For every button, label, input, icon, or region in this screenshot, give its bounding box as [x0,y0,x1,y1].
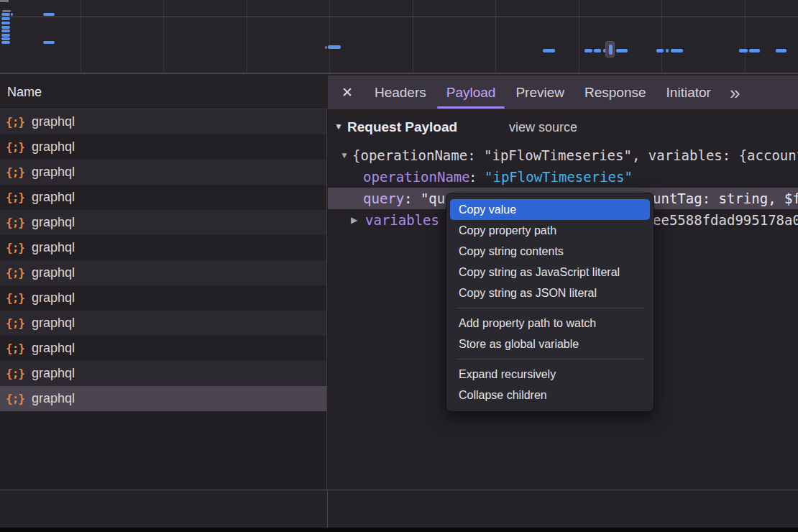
window-bottom-edge [0,528,798,532]
request-row[interactable]: {;}graphql [0,336,326,361]
request-name-label: graphql [32,341,75,356]
payload-tree-text: "ipFlowTimeseries" [485,166,633,188]
overview-selected-request-marker [605,41,615,58]
status-footer [0,490,798,528]
view-source-link[interactable]: view source [509,116,577,138]
overview-gridline [413,0,413,74]
collapse-triangle-icon[interactable]: ▼ [334,121,343,132]
waterfall-bar [671,49,683,52]
overview-scroll-tick [0,0,9,2]
menu-item-copy-string-contents[interactable]: Copy string contents [450,241,650,262]
waterfall-bar [43,13,55,16]
tab-headers[interactable]: Headers [364,75,436,109]
request-name-label: graphql [32,139,75,155]
waterfall-bar [739,49,748,52]
json-braces-icon: {;} [6,341,24,355]
overview-gridline [661,0,662,74]
request-list: {;}graphql{;}graphql{;}graphql{;}graphql… [0,109,327,490]
payload-tree-text: query [363,188,404,209]
menu-item-expand-recursively[interactable]: Expand recursively [450,364,650,385]
waterfall-bar [43,41,55,44]
waterfall-bar [325,46,327,49]
request-name-label: graphql [32,391,75,406]
payload-tree-row[interactable]: operationName: "ipFlowTimeseries" [328,166,798,188]
json-braces-icon: {;} [6,216,24,229]
menu-item-copy-string-as-json-literal[interactable]: Copy string as JSON literal [450,283,650,303]
tab-payload[interactable]: Payload [436,75,506,109]
json-braces-icon: {;} [6,316,24,330]
context-menu: Copy valueCopy property pathCopy string … [446,193,654,412]
json-braces-icon: {;} [6,392,24,405]
request-name-label: graphql [32,240,75,255]
tab-preview[interactable]: Preview [505,75,574,109]
menu-item-collapse-children[interactable]: Collapse children [450,385,650,405]
network-overview-timeline[interactable] [0,0,798,74]
waterfall-bar [616,49,628,52]
pane-divider [327,490,328,528]
request-row[interactable]: {;}graphql [0,311,326,336]
json-braces-icon: {;} [6,241,24,254]
request-name-label: graphql [32,215,75,230]
tabs-container: HeadersPayloadPreviewResponseInitiator [364,75,721,109]
waterfall-bar [1,41,10,44]
waterfall-bar [749,49,760,52]
request-name-label: graphql [32,265,75,280]
expand-triangle-icon[interactable]: ▶ [351,209,357,231]
json-braces-icon: {;} [6,115,24,129]
request-row[interactable]: {;}graphql [0,361,326,386]
section-title: Request Payload [347,116,457,138]
request-row[interactable]: {;}graphql [0,235,326,260]
request-name-label: graphql [32,316,75,331]
request-name-label: graphql [32,165,75,180]
waterfall-bar [584,49,592,52]
json-braces-icon: {;} [6,367,24,380]
overview-gridline [0,17,798,17]
devtools-network-panel: Name ✕ HeadersPayloadPreviewResponseInit… [0,0,798,532]
payload-tree-text: {operationName: "ipFlowTimeseries", vari… [352,145,798,166]
waterfall-bar [1,13,10,16]
tab-initiator[interactable]: Initiator [656,75,721,109]
menu-item-copy-value[interactable]: Copy value [450,199,650,220]
request-row[interactable]: {;}graphql [0,386,326,411]
waterfall-bar [1,26,10,29]
request-payload-section-header[interactable]: ▼ Request Payload view source [328,116,798,138]
waterfall-bar [11,13,13,16]
json-braces-icon: {;} [6,191,24,204]
more-tabs-icon[interactable]: » [730,83,740,102]
menu-item-copy-property-path[interactable]: Copy property path [450,220,650,241]
json-braces-icon: {;} [6,266,24,280]
waterfall-bar [1,34,10,37]
payload-tree-row[interactable]: ▼{operationName: "ipFlowTimeseries", var… [328,145,798,166]
overview-gridline [329,0,330,74]
detail-tab-bar: ✕ HeadersPayloadPreviewResponseInitiator… [328,75,798,109]
overview-gridline [81,0,81,74]
json-braces-icon: {;} [6,140,24,154]
request-row[interactable]: {;}graphql [0,210,326,235]
menu-item-add-property-path-to-watch[interactable]: Add property path to watch [450,313,650,334]
request-row[interactable]: {;}graphql [0,260,326,285]
request-row[interactable]: {;}graphql [0,134,326,160]
menu-item-store-as-global-variable[interactable]: Store as global variable [450,334,650,354]
request-row[interactable]: {;}graphql [0,160,326,185]
name-column-header[interactable]: Name [0,75,327,109]
expand-triangle-icon[interactable]: ▼ [340,145,349,166]
name-column-label: Name [7,85,42,100]
request-name-label: graphql [32,290,75,306]
menu-item-copy-string-as-javascript-literal[interactable]: Copy string as JavaScript literal [450,262,650,283]
request-row[interactable]: {;}graphql [0,109,326,134]
payload-tree-text: ee5588fdad995178a0 [653,209,798,231]
waterfall-bar [1,37,10,40]
waterfall-bar [594,49,601,52]
request-row[interactable]: {;}graphql [0,285,326,311]
request-row[interactable]: {;}graphql [0,185,326,210]
payload-tree-text: operationName [363,166,470,188]
payload-tree-text: variables [365,209,439,231]
waterfall-bar [666,49,669,52]
json-braces-icon: {;} [6,165,24,179]
menu-separator [457,359,643,359]
close-icon[interactable]: ✕ [341,84,353,101]
overview-gridline [495,0,496,74]
tab-response[interactable]: Response [574,75,656,109]
request-name-label: graphql [32,190,75,205]
payload-tree-text: untTag: string, $f [653,188,798,209]
